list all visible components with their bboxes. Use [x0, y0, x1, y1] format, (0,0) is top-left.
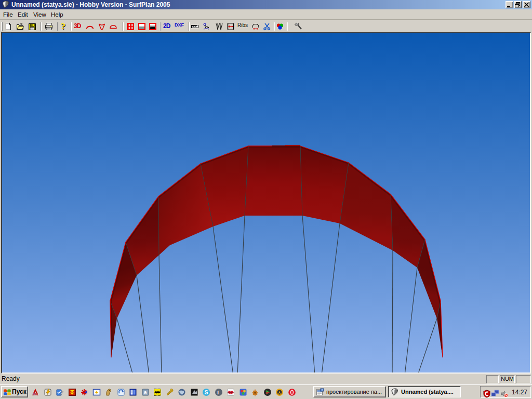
svg-text:120%: 120% — [33, 393, 39, 395]
svg-text:S: S — [205, 389, 208, 395]
svg-text:?: ? — [61, 22, 66, 31]
svg-text:f: f — [217, 389, 219, 395]
svg-text:a: a — [144, 389, 148, 395]
